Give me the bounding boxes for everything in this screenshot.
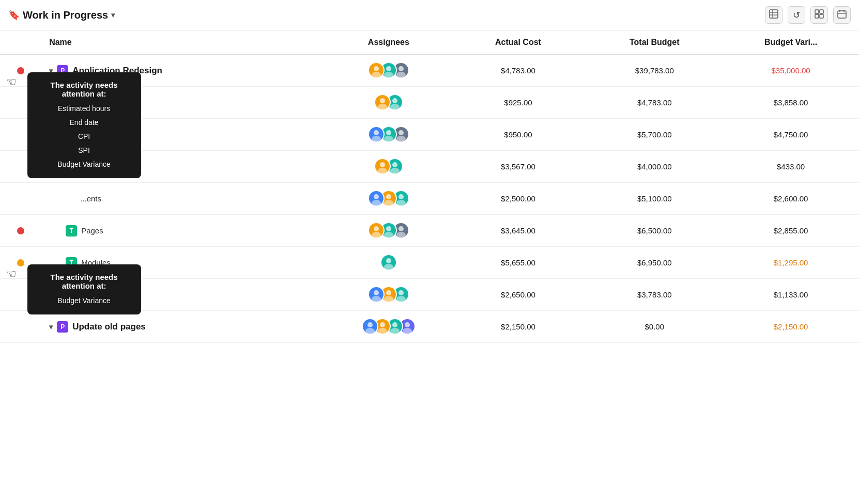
svg-point-58 <box>405 322 410 327</box>
status-dot[interactable] <box>17 67 24 74</box>
type-badge: P <box>57 65 68 76</box>
indicator-cell[interactable]: The activity needs attention at: Estimat… <box>0 55 41 87</box>
total-budget-cell: $0.00 <box>586 311 723 343</box>
svg-point-24 <box>386 130 391 135</box>
avatar <box>374 94 391 111</box>
avatar-group <box>368 222 409 239</box>
actual-cost-header[interactable]: Actual Cost <box>450 30 587 55</box>
bookmark-icon: 🔖 <box>8 9 20 21</box>
svg-point-37 <box>396 200 406 206</box>
svg-point-40 <box>386 226 391 231</box>
subtask-name-label: ...ts <box>80 162 93 171</box>
task-name-label: Pages <box>81 226 103 235</box>
svg-point-36 <box>398 194 404 199</box>
svg-point-38 <box>374 226 379 231</box>
calendar-view-button[interactable] <box>833 6 851 24</box>
page-title: Work in Progress <box>23 9 108 21</box>
svg-rect-8 <box>838 11 846 18</box>
svg-point-32 <box>374 194 379 199</box>
refresh-button[interactable]: ↺ <box>788 6 805 24</box>
subtask-name-cell: ...ents <box>41 183 327 215</box>
svg-point-59 <box>403 328 412 334</box>
actual-cost-cell: $2,150.00 <box>450 311 587 343</box>
svg-point-48 <box>386 290 391 295</box>
total-budget-header[interactable]: Total Budget <box>586 30 723 55</box>
task-name[interactable]: T Modules <box>49 257 319 269</box>
table-row: The activity needs attention at: Budget … <box>0 247 859 279</box>
total-budget-cell: $3,783.00 <box>586 279 723 311</box>
actual-cost-cell: $950.00 <box>450 119 587 151</box>
expand-icon[interactable]: ▾ <box>49 323 53 331</box>
actual-cost-cell: $3,567.00 <box>450 151 587 183</box>
svg-rect-4 <box>815 10 819 13</box>
total-budget-cell: $6,950.00 <box>586 247 723 279</box>
svg-point-12 <box>374 66 379 71</box>
status-dot[interactable] <box>17 227 24 234</box>
chevron-down-icon: ▾ <box>111 11 115 19</box>
avatar-group <box>368 286 409 303</box>
budget-variance-cell: $2,600.00 <box>723 183 859 215</box>
assignees-cell <box>327 119 450 151</box>
assignees-cell <box>327 279 450 311</box>
total-budget-cell: $5,100.00 <box>586 183 723 215</box>
indicator-cell <box>0 87 41 119</box>
subtask-name-cell <box>41 119 327 151</box>
type-badge: T <box>66 225 77 237</box>
svg-point-30 <box>392 162 397 167</box>
svg-point-46 <box>374 290 379 295</box>
svg-point-33 <box>372 200 381 206</box>
status-dot[interactable] <box>17 259 24 266</box>
svg-point-49 <box>384 296 393 302</box>
title-area[interactable]: 🔖 Work in Progress ▾ <box>8 9 115 21</box>
indicator-cell[interactable] <box>0 215 41 247</box>
table-row: $2,650.00$3,783.00$1,133.00 <box>0 279 859 311</box>
indicator-cell[interactable]: The activity needs attention at: Budget … <box>0 247 41 279</box>
indicator-cell <box>0 119 41 151</box>
table-row: $925.00$4,783.00$3,858.00 <box>0 87 859 119</box>
svg-point-45 <box>384 264 393 270</box>
assignees-cell <box>327 183 450 215</box>
svg-point-21 <box>390 104 400 109</box>
svg-rect-0 <box>770 10 778 18</box>
svg-point-16 <box>398 66 404 71</box>
table-row: ...ts $3,567.00$4,000.00$433.00 <box>0 151 859 183</box>
assignees-cell <box>327 215 450 247</box>
subtask-name-cell: ...ts <box>41 151 327 183</box>
table-view-button[interactable] <box>765 6 783 24</box>
svg-point-31 <box>390 168 400 174</box>
avatar-group <box>374 94 403 111</box>
budget-variance-header[interactable]: Budget Vari... <box>723 30 859 55</box>
avatar-group <box>368 190 409 207</box>
task-name-label: Modules <box>81 258 111 267</box>
assignees-header[interactable]: Assignees <box>327 30 450 55</box>
budget-variance-cell: $433.00 <box>723 151 859 183</box>
budget-variance-cell: $1,133.00 <box>723 279 859 311</box>
table-header-row: Name Assignees Actual Cost Total Budget … <box>0 30 859 55</box>
avatar <box>380 254 397 271</box>
budget-variance-cell: $1,295.00 <box>723 247 859 279</box>
table-row: ▾ P Update old pages $2,1 <box>0 311 859 343</box>
actual-cost-cell: $5,655.00 <box>450 247 587 279</box>
svg-rect-5 <box>820 10 823 13</box>
task-name[interactable]: T Pages <box>49 225 319 237</box>
project-name[interactable]: ▾ P Update old pages <box>49 321 319 333</box>
svg-point-23 <box>372 136 381 141</box>
avatar <box>362 318 378 335</box>
project-name[interactable]: ▾ P Application Redesign <box>49 65 319 76</box>
name-header[interactable]: Name <box>41 30 327 55</box>
svg-point-57 <box>390 328 400 334</box>
assignees-cell <box>327 151 450 183</box>
status-indicator[interactable]: The activity needs attention at: Budget … <box>17 259 24 266</box>
svg-point-53 <box>365 328 375 334</box>
status-indicator[interactable]: The activity needs attention at: Estimat… <box>17 67 24 74</box>
assignees-cell <box>327 87 450 119</box>
svg-rect-6 <box>815 14 819 18</box>
expand-icon[interactable]: ▾ <box>49 67 53 75</box>
table-row: $950.00$5,700.00$4,750.00 <box>0 119 859 151</box>
table-row: The activity needs attention at: Estimat… <box>0 55 859 87</box>
svg-point-50 <box>398 290 404 295</box>
indicator-cell <box>0 183 41 215</box>
grid-view-button[interactable] <box>810 6 828 24</box>
table-icon <box>769 9 778 21</box>
avatar <box>368 190 385 207</box>
